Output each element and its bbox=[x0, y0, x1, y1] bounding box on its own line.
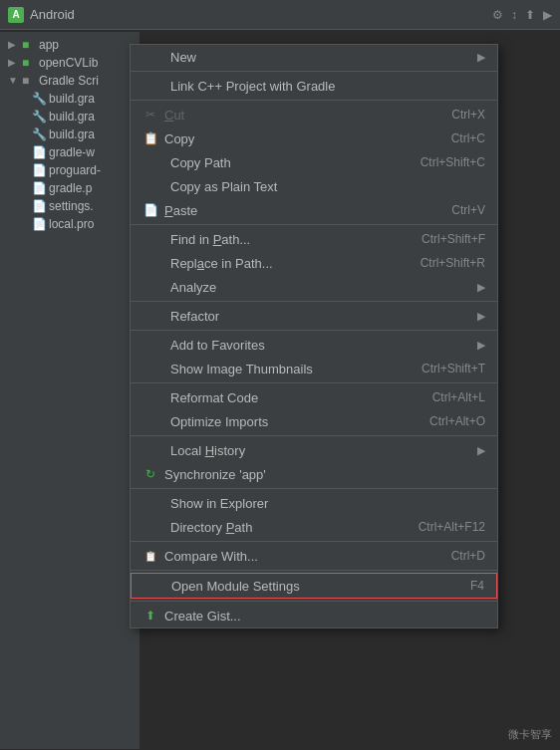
menu-label-replace-path: Replace in Path... bbox=[170, 256, 273, 271]
menu-label-refactor: Refactor bbox=[170, 309, 219, 324]
menu-item-reformat[interactable]: Reformat Code Ctrl+Alt+L bbox=[131, 385, 497, 409]
up-icon[interactable]: ⬆ bbox=[525, 8, 535, 22]
separator-5 bbox=[131, 330, 497, 331]
open-module-icon bbox=[143, 578, 165, 594]
replace-path-shortcut: Ctrl+Shift+R bbox=[401, 256, 485, 270]
menu-label-new: New bbox=[170, 50, 196, 65]
separator-1 bbox=[131, 71, 497, 72]
menu-label-link-cpp: Link C++ Project with Gradle bbox=[170, 79, 335, 94]
separator-10 bbox=[131, 570, 497, 571]
tree-spacer-proguard bbox=[18, 164, 30, 176]
find-path-shortcut: Ctrl+Shift+F bbox=[402, 232, 485, 246]
file-icon-build2: 🔧 bbox=[32, 110, 46, 124]
tree-label-proguard: proguard- bbox=[49, 163, 101, 177]
file-tree: ▶ ■ app ▶ ■ openCVLib ▼ ■ Gradle Scri 🔧 … bbox=[0, 32, 140, 749]
menu-item-copy[interactable]: 📋 Copy Ctrl+C bbox=[131, 126, 497, 150]
tree-spacer-gradlep bbox=[18, 182, 30, 194]
copy-path-icon bbox=[142, 154, 164, 170]
tree-label-build2: build.gra bbox=[49, 110, 95, 124]
reformat-icon bbox=[142, 389, 164, 405]
tree-label-gradle: Gradle Scri bbox=[39, 74, 99, 88]
menu-label-copy-plain: Copy as Plain Text bbox=[170, 179, 277, 194]
menu-item-directory-path[interactable]: Directory Path Ctrl+Alt+F12 bbox=[131, 515, 497, 539]
settings-icon[interactable]: ⚙ bbox=[492, 8, 503, 22]
copy-path-shortcut: Ctrl+Shift+C bbox=[401, 155, 485, 169]
menu-item-thumbnails[interactable]: Show Image Thumbnails Ctrl+Shift+T bbox=[131, 357, 497, 380]
tree-arrow-app: ▶ bbox=[8, 39, 20, 51]
tree-item-app[interactable]: ▶ ■ app bbox=[0, 36, 140, 54]
menu-item-copy-plain[interactable]: Copy as Plain Text bbox=[131, 174, 497, 198]
menu-item-synchronize[interactable]: ↻ Synchronize 'app' bbox=[131, 462, 497, 486]
tree-item-gradle-wrapper[interactable]: 📄 gradle-w bbox=[0, 143, 140, 161]
menu-item-find-path[interactable]: Find in Path... Ctrl+Shift+F bbox=[131, 227, 497, 251]
menu-item-compare[interactable]: 📋 Compare With... Ctrl+D bbox=[131, 544, 497, 568]
file-icon-build1: 🔧 bbox=[32, 92, 46, 106]
compare-shortcut: Ctrl+D bbox=[431, 549, 485, 563]
tree-spacer-local bbox=[18, 218, 30, 230]
tree-label-app: app bbox=[39, 38, 59, 52]
tree-item-proguard[interactable]: 📄 proguard- bbox=[0, 161, 140, 179]
menu-label-analyze: Analyze bbox=[170, 280, 216, 295]
tree-item-build2[interactable]: 🔧 build.gra bbox=[0, 108, 140, 125]
tree-item-opencvlib[interactable]: ▶ ■ openCVLib bbox=[0, 54, 140, 72]
folder-icon-opencvlib: ■ bbox=[22, 56, 36, 70]
menu-label-local-history: Local History bbox=[170, 443, 245, 458]
file-icon-proguard: 📄 bbox=[32, 163, 46, 177]
local-history-icon bbox=[142, 442, 164, 458]
menu-label-copy-path: Copy Path bbox=[170, 155, 231, 170]
tree-label-build1: build.gra bbox=[49, 92, 95, 106]
replace-path-icon bbox=[142, 255, 164, 271]
tree-item-build1[interactable]: 🔧 build.gra bbox=[0, 90, 140, 108]
menu-item-link-cpp[interactable]: Link C++ Project with Gradle bbox=[131, 74, 497, 98]
link-cpp-icon bbox=[142, 78, 164, 94]
file-icon-local: 📄 bbox=[32, 217, 46, 231]
refactor-arrow: ▶ bbox=[477, 310, 485, 323]
menu-item-replace-path[interactable]: Replace in Path... Ctrl+Shift+R bbox=[131, 251, 497, 275]
separator-4 bbox=[131, 301, 497, 302]
file-icon-build3: 🔧 bbox=[32, 127, 46, 141]
menu-item-create-gist[interactable]: ⬆ Create Gist... bbox=[131, 604, 497, 627]
tree-spacer-settings bbox=[18, 200, 30, 212]
tree-item-local[interactable]: 📄 local.pro bbox=[0, 215, 140, 233]
tree-spacer-gradlew bbox=[18, 146, 30, 158]
analyze-arrow: ▶ bbox=[477, 281, 485, 294]
tree-label-gradlep: gradle.p bbox=[49, 181, 92, 195]
menu-item-refactor[interactable]: Refactor ▶ bbox=[131, 304, 497, 328]
layout-icon[interactable]: ↕ bbox=[511, 8, 517, 22]
menu-item-add-favorites[interactable]: Add to Favorites ▶ bbox=[131, 333, 497, 357]
title-bar-text: Android bbox=[30, 7, 492, 22]
menu-item-open-module[interactable]: Open Module Settings F4 bbox=[131, 573, 497, 599]
separator-2 bbox=[131, 100, 497, 101]
tree-arrow-opencvlib: ▶ bbox=[8, 57, 20, 69]
directory-path-shortcut: Ctrl+Alt+F12 bbox=[399, 520, 485, 534]
tree-item-build3[interactable]: 🔧 build.gra bbox=[0, 125, 140, 143]
run-icon[interactable]: ▶ bbox=[543, 8, 552, 22]
menu-label-show-explorer: Show in Explorer bbox=[170, 496, 268, 511]
tree-item-gradle[interactable]: ▼ ■ Gradle Scri bbox=[0, 72, 140, 90]
menu-item-optimize[interactable]: Optimize Imports Ctrl+Alt+O bbox=[131, 409, 497, 433]
separator-3 bbox=[131, 224, 497, 225]
file-icon-gradlep: 📄 bbox=[32, 181, 46, 195]
tree-item-gradle-prop[interactable]: 📄 gradle.p bbox=[0, 179, 140, 197]
tree-item-settings[interactable]: 📄 settings. bbox=[0, 197, 140, 215]
sync-icon: ↻ bbox=[142, 466, 158, 482]
menu-label-open-module: Open Module Settings bbox=[171, 579, 300, 594]
menu-item-copy-path[interactable]: Copy Path Ctrl+Shift+C bbox=[131, 150, 497, 174]
separator-8 bbox=[131, 488, 497, 489]
paste-shortcut: Ctrl+V bbox=[431, 203, 485, 217]
title-bar-actions: ⚙ ↕ ⬆ ▶ bbox=[492, 8, 552, 22]
menu-item-analyze[interactable]: Analyze ▶ bbox=[131, 275, 497, 299]
tree-spacer-build1 bbox=[18, 93, 30, 105]
menu-item-new[interactable]: New ▶ bbox=[131, 45, 497, 69]
directory-path-icon bbox=[142, 519, 164, 535]
copy-plain-icon bbox=[142, 178, 164, 194]
menu-item-show-explorer[interactable]: Show in Explorer bbox=[131, 491, 497, 515]
menu-item-cut: ✂ Cut Ctrl+X bbox=[131, 103, 497, 126]
open-module-shortcut: F4 bbox=[450, 579, 484, 593]
menu-item-local-history[interactable]: Local History ▶ bbox=[131, 438, 497, 462]
menu-item-paste[interactable]: 📄 Paste Ctrl+V bbox=[131, 198, 497, 222]
separator-7 bbox=[131, 435, 497, 436]
menu-label-copy: Copy bbox=[164, 131, 194, 146]
gist-icon: ⬆ bbox=[142, 608, 158, 624]
favorites-icon bbox=[142, 337, 164, 353]
